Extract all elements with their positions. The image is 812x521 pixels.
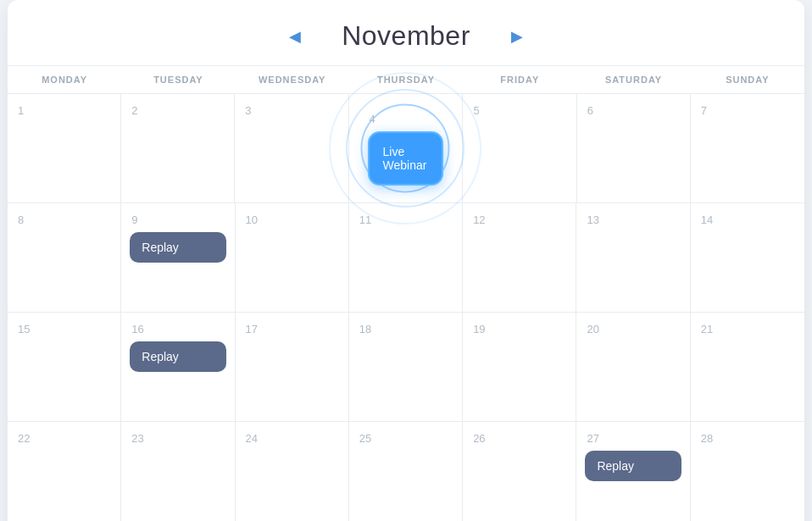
date-28: 28 xyxy=(701,432,713,445)
cell-16: 16 Replay xyxy=(121,313,235,421)
date-26: 26 xyxy=(473,432,485,445)
cell-5: 5 xyxy=(463,94,576,202)
date-22: 22 xyxy=(18,432,30,445)
date-25: 25 xyxy=(359,432,371,445)
cell-27: 27 Replay xyxy=(576,422,690,521)
date-18: 18 xyxy=(359,323,371,335)
date-14: 14 xyxy=(701,213,713,226)
cell-26: 26 xyxy=(463,422,576,521)
day-headers-row: MONDAY TUESDAY WEDNESDAY THURSDAY FRIDAY… xyxy=(8,66,804,94)
replay-label-16: Replay xyxy=(142,350,214,363)
date-10: 10 xyxy=(246,213,258,226)
cell-12: 12 xyxy=(463,203,576,312)
day-header-wednesday: WEDNESDAY xyxy=(236,66,349,93)
date-21: 21 xyxy=(701,323,713,335)
prev-month-button[interactable]: ◀ xyxy=(282,24,308,49)
date-4: 4 xyxy=(370,113,375,125)
cell-10: 10 xyxy=(236,203,349,312)
day-header-saturday: SATURDAY xyxy=(576,66,690,93)
cell-21: 21 xyxy=(691,313,804,421)
calendar-container: ◀ November ▶ MONDAY TUESDAY WEDNESDAY TH… xyxy=(8,0,804,521)
live-webinar-event[interactable]: LiveWebinar xyxy=(368,131,444,186)
next-month-button[interactable]: ▶ xyxy=(504,24,530,49)
replay-event-27[interactable]: Replay xyxy=(585,451,681,481)
date-7: 7 xyxy=(701,104,707,117)
cell-7: 7 xyxy=(691,94,804,202)
date-1: 1 xyxy=(18,104,24,117)
week-2: 8 9 Replay 10 11 12 13 xyxy=(8,203,804,313)
date-12: 12 xyxy=(473,213,485,226)
thursday-inner: 4 LiveWebinar xyxy=(359,103,453,194)
cell-23: 23 xyxy=(121,422,235,521)
replay-label-27: Replay xyxy=(597,459,669,473)
date-11: 11 xyxy=(359,213,371,226)
date-20: 20 xyxy=(587,323,598,335)
cell-14: 14 xyxy=(691,203,804,312)
cell-17: 17 xyxy=(236,313,349,421)
cell-3: 3 xyxy=(235,94,348,202)
cell-9: 9 Replay xyxy=(121,203,235,312)
day-header-thursday: THURSDAY xyxy=(349,66,463,93)
cell-22: 22 xyxy=(8,422,121,521)
cell-24: 24 xyxy=(236,422,349,521)
date-24: 24 xyxy=(246,432,258,445)
replay-event-9[interactable]: Replay xyxy=(130,232,225,263)
week-1: 1 2 3 4 xyxy=(8,94,804,203)
date-15: 15 xyxy=(18,323,30,335)
month-title: November xyxy=(342,20,470,52)
date-5: 5 xyxy=(473,104,479,117)
calendar-header: ◀ November ▶ xyxy=(8,0,804,65)
live-webinar-label: LiveWebinar xyxy=(383,145,429,172)
cell-20: 20 xyxy=(576,313,690,421)
week-3: 15 16 Replay 17 18 19 20 xyxy=(8,313,804,422)
cell-4-thursday: 4 LiveWebinar xyxy=(349,94,464,202)
cell-13: 13 xyxy=(576,203,690,312)
date-3: 3 xyxy=(245,104,251,117)
date-2: 2 xyxy=(131,104,137,117)
cell-6: 6 xyxy=(577,94,691,202)
calendar-body: 1 2 3 4 xyxy=(8,94,804,521)
day-header-tuesday: TUESDAY xyxy=(121,66,235,93)
cell-11: 11 xyxy=(349,203,463,312)
cell-15: 15 xyxy=(8,313,121,421)
date-9: 9 xyxy=(131,213,137,226)
replay-label-9: Replay xyxy=(142,241,214,254)
date-16: 16 xyxy=(131,323,143,335)
day-header-friday: FRIDAY xyxy=(463,66,576,93)
date-19: 19 xyxy=(473,323,485,335)
date-27: 27 xyxy=(587,432,598,445)
day-header-sunday: SUNDAY xyxy=(691,66,804,93)
cell-8: 8 xyxy=(8,203,121,312)
date-23: 23 xyxy=(131,432,143,445)
date-13: 13 xyxy=(587,213,598,226)
cell-25: 25 xyxy=(349,422,463,521)
cell-2: 2 xyxy=(121,94,235,202)
date-8: 8 xyxy=(18,213,24,226)
cell-1: 1 xyxy=(8,94,121,202)
date-6: 6 xyxy=(587,104,593,117)
day-header-monday: MONDAY xyxy=(8,66,121,93)
replay-event-16[interactable]: Replay xyxy=(130,341,225,372)
calendar-grid: MONDAY TUESDAY WEDNESDAY THURSDAY FRIDAY… xyxy=(8,65,804,521)
cell-19: 19 xyxy=(463,313,576,421)
week-4: 22 23 24 25 26 27 Replay xyxy=(8,422,804,521)
cell-18: 18 xyxy=(349,313,463,421)
cell-28: 28 xyxy=(691,422,804,521)
date-17: 17 xyxy=(246,323,258,335)
